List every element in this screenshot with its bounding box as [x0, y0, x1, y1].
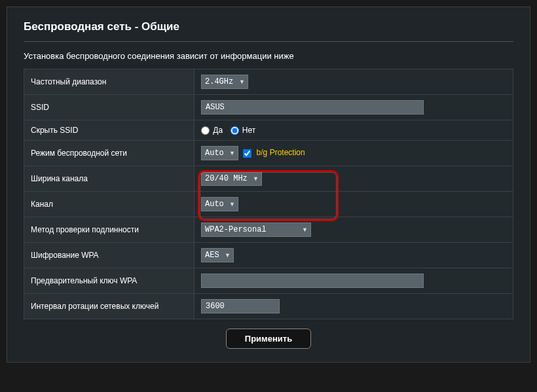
ssid-input[interactable] — [201, 100, 424, 115]
chevron-down-icon: ▼ — [251, 175, 259, 182]
wireless-settings-panel: Беспроводная сеть - Общие Установка бесп… — [7, 7, 530, 363]
auth-method-label: Метод проверки подлинности — [24, 217, 194, 243]
channel-select[interactable]: Auto ▼ — [201, 197, 238, 211]
wpa-psk-label: Предварительный ключ WPA — [24, 268, 194, 294]
key-rotation-label: Интервал ротации сетевых ключей — [24, 294, 194, 319]
wpa-encryption-label: Шифрование WPA — [24, 243, 194, 268]
hide-ssid-label: Скрыть SSID — [24, 120, 194, 141]
key-rotation-input[interactable] — [201, 299, 280, 313]
hide-ssid-no-radio[interactable] — [231, 126, 239, 135]
ssid-label: SSID — [24, 95, 194, 120]
settings-table: Частотный диапазон 2.4GHz ▼ SSID Скрыть … — [24, 69, 513, 319]
channel-bandwidth-select[interactable]: 20/40 MHz ▼ — [201, 171, 262, 186]
channel-label: Канал — [24, 192, 194, 217]
bg-protection-label: b/g Protection — [257, 148, 305, 157]
auth-method-select[interactable]: WPA2-Personal ▼ — [201, 223, 311, 237]
freq-band-select[interactable]: 2.4GHz ▼ — [201, 75, 248, 89]
wpa-psk-input[interactable] — [201, 274, 424, 288]
freq-band-label: Частотный диапазон — [24, 69, 194, 95]
wireless-mode-select[interactable]: Auto ▼ — [201, 146, 238, 160]
chevron-down-icon: ▼ — [227, 150, 235, 156]
wireless-mode-label: Режим беспроводной сети — [24, 141, 194, 166]
chevron-down-icon: ▼ — [300, 226, 308, 233]
page-subtitle: Установка беспроводного соединения завис… — [24, 51, 513, 61]
chevron-down-icon: ▼ — [223, 252, 231, 258]
page-title: Беспроводная сеть - Общие — [24, 20, 513, 42]
channel-bandwidth-label: Ширина канала — [24, 166, 194, 192]
bg-protection-checkbox[interactable] — [243, 149, 251, 158]
hide-ssid-no-label: Нет — [242, 126, 255, 135]
hide-ssid-yes-radio[interactable] — [201, 126, 210, 135]
chevron-down-icon: ▼ — [237, 79, 245, 85]
chevron-down-icon: ▼ — [227, 201, 235, 207]
wpa-encryption-select[interactable]: AES ▼ — [201, 248, 234, 262]
hide-ssid-yes-label: Да — [213, 126, 223, 135]
apply-button[interactable]: Применить — [226, 329, 311, 349]
